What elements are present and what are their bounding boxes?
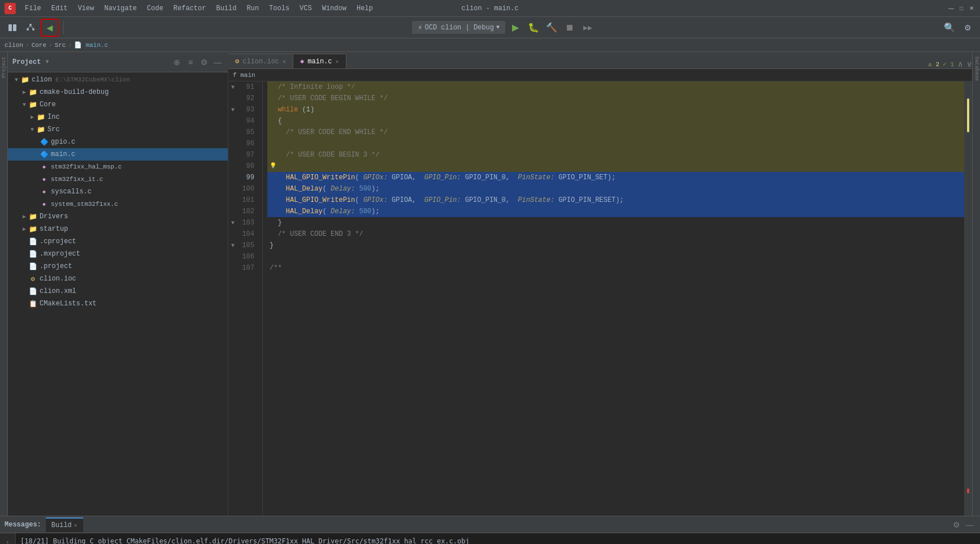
- sidebar-settings[interactable]: ⚙: [198, 57, 210, 68]
- scroll-up-icon[interactable]: ↑: [2, 538, 14, 544]
- app-icon: C: [5, 3, 16, 14]
- tree-cproject[interactable]: 📄 .cproject: [8, 235, 228, 248]
- collapse-indicators-button[interactable]: ∨: [966, 59, 972, 68]
- code-line-97: /* USER CODE BEGIN 3 */: [267, 149, 964, 161]
- tree-inc[interactable]: ▶ 📁 Inc: [8, 111, 228, 123]
- tree-hal-msp[interactable]: ◆ stm32f1xx_hal_msp.c: [8, 161, 228, 173]
- menu-file[interactable]: File: [20, 3, 46, 14]
- breadcrumb-clion[interactable]: clion: [5, 42, 23, 49]
- tree-syscalls[interactable]: ◆ syscalls.c: [8, 185, 228, 198]
- editor-breadcrumb: f main: [228, 69, 972, 81]
- tab-clion-ioc[interactable]: ⚙ clion.ioc ✕: [228, 54, 293, 68]
- code-line-103: }: [267, 217, 964, 228]
- tab-build[interactable]: Build ✕: [46, 517, 83, 532]
- project-panel-toggle[interactable]: [5, 20, 20, 36]
- window-title: clion - main.c: [462, 5, 519, 12]
- bottom-tabs: Messages: Build ✕ ⚙ —: [0, 516, 980, 533]
- database-strip-label[interactable]: Database: [974, 57, 979, 81]
- tree-main-c[interactable]: 🔷 main.c: [8, 148, 228, 161]
- tree-gpio-c[interactable]: 🔷 gpio.c: [8, 136, 228, 148]
- tree-mxproject[interactable]: 📄 .mxproject: [8, 248, 228, 260]
- left-strip: Project: [0, 52, 8, 516]
- code-line-96: [267, 138, 964, 149]
- locate-file-button[interactable]: ⊕: [171, 57, 183, 68]
- more-run-options[interactable]: ▸▸: [580, 20, 596, 36]
- expand-indicators-button[interactable]: ∧: [957, 59, 963, 68]
- menu-edit[interactable]: Edit: [47, 3, 72, 14]
- svg-point-3: [27, 28, 29, 31]
- svg-point-2: [29, 24, 32, 26]
- tree-cmakelists[interactable]: 📋 CMakeLists.txt: [8, 297, 228, 310]
- code-editor[interactable]: /* Infinite loop */ /* USER CODE BEGIN W…: [263, 81, 964, 516]
- run-config-name: OCD clion | Debug: [425, 24, 494, 32]
- run-config-selector[interactable]: ⚡ OCD clion | Debug ▼: [412, 21, 505, 34]
- tree-system-stm32[interactable]: ◆ system_stm32f1xx.c: [8, 198, 228, 210]
- tree-startup[interactable]: ▶ 📁 startup: [8, 223, 228, 235]
- menu-code[interactable]: Code: [142, 3, 168, 14]
- menu-view[interactable]: View: [73, 3, 99, 14]
- project-strip-label[interactable]: Project: [1, 57, 7, 78]
- build-panel-settings[interactable]: ⚙: [951, 519, 962, 530]
- debug-button[interactable]: 🐛: [526, 20, 541, 36]
- back-button[interactable]: ◀: [41, 19, 59, 37]
- build-content-area: ↑ ↓ ≡ ↓↓ 🖨 🗑 [18/21] Building C object C…: [0, 533, 980, 544]
- project-panel-header: Project ▼ ⊕ ≡ ⚙ —: [8, 52, 228, 72]
- code-line-106: [267, 251, 964, 262]
- code-line-104: /* USER CODE END 3 */: [267, 228, 964, 240]
- menu-window[interactable]: Window: [318, 3, 351, 14]
- window-controls: — □ ✕: [947, 5, 975, 12]
- close-button[interactable]: ✕: [968, 5, 975, 12]
- menu-navigate[interactable]: Navigate: [99, 3, 141, 14]
- sidebar-close[interactable]: —: [212, 57, 223, 68]
- svg-rect-1: [13, 24, 16, 31]
- maximize-button[interactable]: □: [957, 5, 965, 12]
- breadcrumb-mainc[interactable]: 📄 main.c: [74, 41, 108, 49]
- editor-indicators: ⚠ 2 ✓ 1 ∧ ∨: [928, 59, 972, 68]
- tree-hal-it[interactable]: ◆ stm32f1xx_it.c: [8, 173, 228, 185]
- build-output: [18/21] Building C object CMakeFiles/cli…: [16, 533, 980, 544]
- menu-help[interactable]: Help: [352, 3, 378, 14]
- code-line-98: 💡: [267, 161, 964, 172]
- breadcrumb-src[interactable]: Src: [55, 42, 66, 49]
- code-line-102: HAL_Delay( Delay: 500);: [267, 206, 964, 217]
- menu-run[interactable]: Run: [242, 3, 263, 14]
- search-everywhere-button[interactable]: 🔍: [942, 20, 957, 36]
- tab-main-c[interactable]: ◆ main.c ✕: [293, 54, 346, 68]
- build-panel-close[interactable]: —: [964, 519, 975, 530]
- tree-drivers[interactable]: ▶ 📁 Drivers: [8, 210, 228, 223]
- tree-src[interactable]: ▼ 📁 Src: [8, 123, 228, 136]
- tree-root-clion[interactable]: ▼ 📁 clion E:\STM32CubeMX\clion: [8, 74, 228, 86]
- project-panel-title: Project: [12, 58, 41, 66]
- tree-clion-ioc[interactable]: ⚙ clion.ioc: [8, 273, 228, 285]
- messages-label: Messages:: [5, 521, 41, 529]
- tree-cmake-build-debug[interactable]: ▶ 📁 cmake-build-debug: [8, 86, 228, 98]
- svg-rect-0: [8, 24, 12, 31]
- sidebar-tools: ⊕ ≡ ⚙ —: [171, 57, 223, 68]
- minimize-button[interactable]: —: [947, 5, 955, 12]
- menu-tools[interactable]: Tools: [264, 3, 294, 14]
- editor-tabs: ⚙ clion.ioc ✕ ◆ main.c ✕ ⚠ 2 ✓ 1 ∧ ∨: [228, 52, 972, 69]
- breadcrumb-core[interactable]: Core: [32, 42, 46, 49]
- menu-build[interactable]: Build: [211, 3, 241, 14]
- breadcrumb-bar: clion › Core › Src › 📄 main.c: [0, 38, 980, 52]
- settings-button[interactable]: ⚙: [960, 20, 975, 36]
- build-button[interactable]: 🔨: [544, 20, 560, 36]
- structure-button[interactable]: [23, 20, 38, 36]
- stop-button[interactable]: ⏹: [562, 20, 578, 36]
- svg-point-4: [32, 28, 34, 31]
- tree-core[interactable]: ▼ 📁 Core: [8, 98, 228, 111]
- menu-vcs[interactable]: VCS: [295, 3, 316, 14]
- code-line-93: while (1): [267, 104, 964, 115]
- code-line-99: HAL_GPIO_WritePin( GPIOx: GPIOA, GPIO_Pi…: [267, 172, 964, 183]
- code-line-100: HAL_Delay( Delay: 500);: [267, 183, 964, 195]
- run-button[interactable]: ▶: [508, 20, 523, 36]
- menu-refactor[interactable]: Refactor: [169, 3, 211, 14]
- editor-scrollbar[interactable]: [964, 81, 972, 516]
- editor-content[interactable]: ▼ ▼ ▼ ▼ 91: [228, 81, 972, 516]
- code-line-95: /* USER CODE END WHILE */: [267, 127, 964, 138]
- collapse-all-button[interactable]: ≡: [185, 57, 196, 68]
- warning-count: ⚠ 2: [928, 61, 939, 68]
- tree-project[interactable]: 📄 .project: [8, 260, 228, 273]
- project-panel: Project ▼ ⊕ ≡ ⚙ — ▼ 📁 clion E:\STM32Cube…: [8, 52, 228, 516]
- tree-clion-xml[interactable]: 📄 clion.xml: [8, 285, 228, 297]
